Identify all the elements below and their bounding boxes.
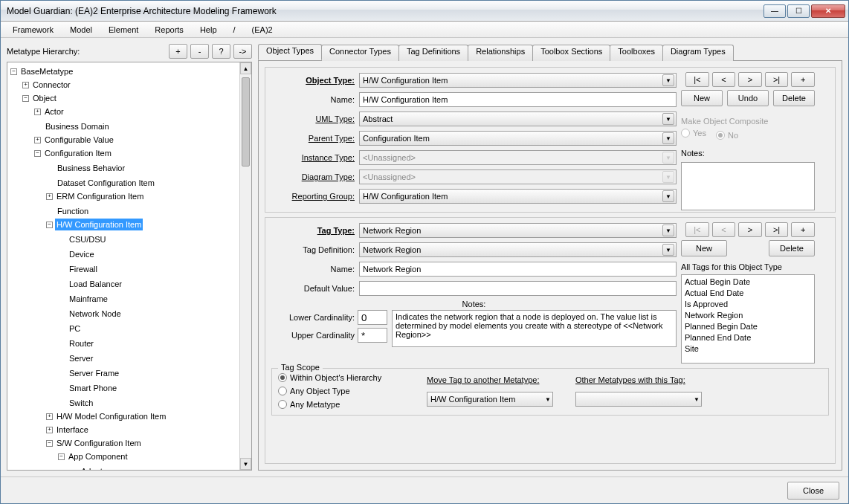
parent-type-select[interactable]: Configuration Item▼ xyxy=(359,131,677,146)
tree-node[interactable]: Firewall xyxy=(68,263,99,275)
lower-card-input[interactable] xyxy=(358,310,387,325)
tree-node[interactable]: Smart Phone xyxy=(68,382,118,394)
tag-notes-textarea[interactable]: Indicates the network region that a node… xyxy=(392,310,677,347)
tree-node[interactable]: BaseMetatype xyxy=(19,65,74,77)
menu-ea2[interactable]: (EA)2 xyxy=(245,24,280,36)
list-item[interactable]: Planned Begin Date xyxy=(685,321,811,332)
tree-toggle-icon[interactable]: − xyxy=(10,68,17,75)
tree-toggle-icon[interactable]: − xyxy=(58,453,65,460)
nav-add-button[interactable]: + xyxy=(791,72,815,87)
move-tag-select[interactable]: H/W Configuration Item▼ xyxy=(427,392,553,407)
name-input[interactable] xyxy=(359,92,677,107)
tree-node[interactable]: App Component xyxy=(67,450,129,462)
tree-node[interactable]: Server xyxy=(68,352,94,364)
hierarchy-go-button[interactable]: -> xyxy=(233,44,252,59)
tree-node[interactable]: Actor xyxy=(43,106,65,117)
object-type-select[interactable]: H/W Configuration Item▼ xyxy=(359,73,677,88)
tree-toggle-icon[interactable]: + xyxy=(22,82,29,88)
tree-node[interactable]: Switch xyxy=(68,397,94,409)
new-button[interactable]: New xyxy=(681,90,723,106)
undo-button[interactable]: Undo xyxy=(727,90,769,106)
tree-toggle-icon[interactable]: − xyxy=(46,440,53,447)
tree-toggle-icon[interactable]: + xyxy=(46,427,53,433)
default-value-input[interactable] xyxy=(359,281,677,296)
tag-type-select[interactable]: Network Region▼ xyxy=(359,223,677,238)
tag-definition-select[interactable]: Network Region▼ xyxy=(359,242,677,257)
tab-object-types[interactable]: Object Types xyxy=(258,44,322,60)
tab-toolbox-sections[interactable]: Toolbox Sections xyxy=(532,45,610,61)
other-metatypes-select[interactable]: ▼ xyxy=(575,392,702,407)
menu-framework[interactable]: Framework xyxy=(5,24,61,36)
tag-nav-add-button[interactable]: + xyxy=(791,222,815,237)
uml-type-select[interactable]: Abstract▼ xyxy=(359,112,677,126)
tree-node[interactable]: ERM Configuration Item xyxy=(55,190,145,202)
menu-element[interactable]: Element xyxy=(101,24,146,36)
tree-node[interactable]: Mainframe xyxy=(68,293,109,305)
tree-toggle-icon[interactable]: − xyxy=(46,222,53,228)
nav-last-button[interactable]: >| xyxy=(765,72,789,87)
tree-node[interactable]: Router xyxy=(68,337,95,349)
menu-help[interactable]: Help xyxy=(193,24,225,36)
all-tags-list[interactable]: Actual Begin Date Actual End Date Is App… xyxy=(681,274,815,364)
tree-node[interactable]: Configurable Value xyxy=(43,134,115,146)
tab-tag-definitions[interactable]: Tag Definitions xyxy=(398,45,468,61)
reporting-group-select[interactable]: H/W Configuration Item▼ xyxy=(359,189,677,204)
tag-nav-next-button[interactable]: > xyxy=(738,222,762,237)
scroll-up-icon[interactable]: ▲ xyxy=(240,62,251,74)
tree-toggle-icon[interactable]: + xyxy=(34,137,41,143)
tree-node[interactable]: Dataset Configuration Item xyxy=(56,177,156,189)
scrollbar-thumb[interactable] xyxy=(242,77,250,167)
nav-prev-button[interactable]: < xyxy=(712,72,736,87)
tree-node[interactable]: PC xyxy=(68,323,82,335)
tree-node[interactable]: S/W Configuration Item xyxy=(55,437,143,449)
hierarchy-remove-button[interactable]: - xyxy=(190,44,209,59)
tree-node[interactable]: Object xyxy=(31,92,58,104)
tree-toggle-icon[interactable]: − xyxy=(34,150,41,157)
tree-toggle-icon[interactable]: + xyxy=(46,193,53,200)
hierarchy-help-button[interactable]: ? xyxy=(212,44,230,59)
tree-node[interactable]: Device xyxy=(68,248,96,260)
close-window-button[interactable]: ✕ xyxy=(811,4,845,18)
tab-diagram-types[interactable]: Diagram Types xyxy=(662,45,734,61)
tree-toggle-icon[interactable]: − xyxy=(22,95,29,102)
tree-node[interactable]: Business Domain xyxy=(44,120,111,132)
tree-node[interactable]: CSU/DSU xyxy=(68,233,108,245)
tree-node[interactable]: Network Node xyxy=(68,308,123,320)
list-item[interactable]: Network Region xyxy=(685,310,811,321)
tree-toggle-icon[interactable]: + xyxy=(46,413,53,420)
delete-button[interactable]: Delete xyxy=(773,90,815,106)
tree-node[interactable]: Server Frame xyxy=(68,367,120,379)
menu-model[interactable]: Model xyxy=(62,24,100,36)
tree-node[interactable]: Interface xyxy=(55,424,90,436)
tree-node[interactable]: Load Balancer xyxy=(68,278,123,290)
tag-delete-button[interactable]: Delete xyxy=(769,240,815,256)
notes-textarea[interactable] xyxy=(681,162,815,210)
nav-first-button[interactable]: |< xyxy=(685,72,709,87)
list-item[interactable]: Actual Begin Date xyxy=(685,277,811,288)
tree-node[interactable]: Business Behavior xyxy=(56,162,126,174)
tree-scrollbar[interactable]: ▲ ▼ xyxy=(239,62,251,470)
list-item[interactable]: Is Approved xyxy=(685,299,811,310)
maximize-button[interactable]: ☐ xyxy=(787,4,810,18)
tree-node[interactable]: H/W Model Configuration Item xyxy=(55,410,167,422)
list-item[interactable]: Site xyxy=(685,343,811,355)
tag-name-input[interactable] xyxy=(359,262,677,277)
tree-node[interactable]: Adapter xyxy=(80,465,112,471)
tab-relationships[interactable]: Relationships xyxy=(468,45,533,61)
tab-connector-types[interactable]: Connector Types xyxy=(321,45,399,61)
tag-nav-last-button[interactable]: >| xyxy=(765,222,789,237)
scope-any-metatype-radio[interactable]: Any Metatype xyxy=(278,400,397,409)
tree-node-selected[interactable]: H/W Configuration Item xyxy=(55,219,143,230)
scope-within-radio[interactable]: Within Object's Hierarchy xyxy=(278,373,397,382)
minimize-button[interactable]: — xyxy=(764,4,786,18)
menu-reports[interactable]: Reports xyxy=(147,24,191,36)
tree-node[interactable]: Configuration Item xyxy=(43,147,113,159)
scroll-down-icon[interactable]: ▼ xyxy=(240,458,251,470)
tree-node[interactable]: Function xyxy=(56,205,90,217)
hierarchy-add-button[interactable]: + xyxy=(169,44,187,59)
nav-next-button[interactable]: > xyxy=(738,72,762,87)
hierarchy-tree[interactable]: −BaseMetatype +Connector −Object +Actor … xyxy=(7,62,252,471)
scope-any-object-radio[interactable]: Any Object Type xyxy=(278,387,397,395)
close-button[interactable]: Close xyxy=(787,482,839,500)
tree-node[interactable]: Connector xyxy=(31,79,72,91)
